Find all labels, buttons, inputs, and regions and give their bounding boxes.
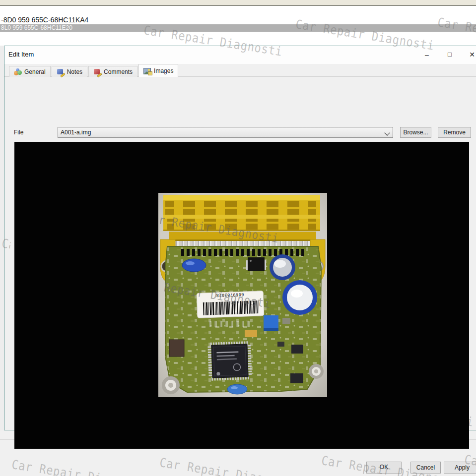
edit-item-dialog: Edit Item – □ ✕ General Notes Comments (4, 46, 476, 430)
connector-solder-row (180, 248, 305, 256)
ecu-photo: 6069783028 (158, 193, 327, 397)
tab-general[interactable]: General (9, 66, 51, 77)
barcode-label: 6069783028 (197, 291, 264, 318)
tab-images[interactable]: Images (138, 64, 178, 77)
small-blue-capacitor (227, 384, 247, 394)
file-combobox[interactable]: A001-a.img (58, 127, 393, 138)
soic-chip (246, 257, 266, 271)
blue-square-component (264, 315, 278, 331)
blue-note-icon (57, 68, 65, 75)
chevron-down-icon[interactable] (384, 130, 390, 135)
tab-label: Images (154, 67, 173, 74)
small-ic (290, 373, 303, 383)
list-item-selected[interactable]: 8L0 959 655C-68HC11E20 (0, 24, 476, 32)
brown-component (169, 340, 184, 357)
background-toolbar-strip (0, 0, 476, 6)
tab-label: Comments (104, 68, 133, 75)
qfp-microcontroller (209, 343, 250, 379)
image-preview-panel: 6069783028 (14, 142, 469, 449)
remove-button[interactable]: Remove (438, 127, 471, 138)
ecu-board-graphic: 6069783028 (158, 193, 327, 397)
tab-label: General (24, 68, 46, 75)
small-ic (291, 345, 303, 354)
tan-component (245, 330, 257, 337)
dialog-title: Edit Item (8, 51, 34, 58)
maximize-icon[interactable]: □ (442, 49, 458, 60)
category-balls-icon (14, 68, 22, 75)
capacitor-lower (282, 280, 317, 315)
tab-notes[interactable]: Notes (52, 66, 87, 77)
browse-button[interactable]: Browse... (400, 127, 431, 138)
list-item[interactable]: -8D0 959 655C-68HC11KA4 (1, 16, 88, 24)
pcb: 6069783028 (162, 246, 324, 394)
capacitor-upper (270, 254, 295, 280)
tab-comments[interactable]: Comments (88, 66, 137, 77)
barcode-number: 6069783028 (216, 292, 244, 298)
blue-oval-capacitor (182, 259, 206, 272)
red-note-icon (93, 68, 101, 75)
file-combobox-value: A001-a.img (61, 129, 91, 136)
minimize-icon[interactable]: – (419, 49, 435, 60)
picture-icon (143, 67, 151, 74)
apply-button-disabled[interactable]: Apply (444, 462, 476, 474)
cancel-button[interactable]: Cancel (410, 462, 441, 474)
tab-label: Notes (67, 68, 82, 75)
close-icon[interactable]: ✕ (464, 49, 476, 60)
ok-button[interactable]: OK (366, 462, 402, 474)
tab-strip: General Notes Comments Images (9, 64, 179, 77)
file-field-label: File (14, 129, 23, 136)
dialog-titlebar: Edit Item – □ ✕ (4, 46, 476, 64)
background-window: -8D0 959 655C-68HC11KA4 8L0 959 655C-68H… (0, 0, 476, 46)
